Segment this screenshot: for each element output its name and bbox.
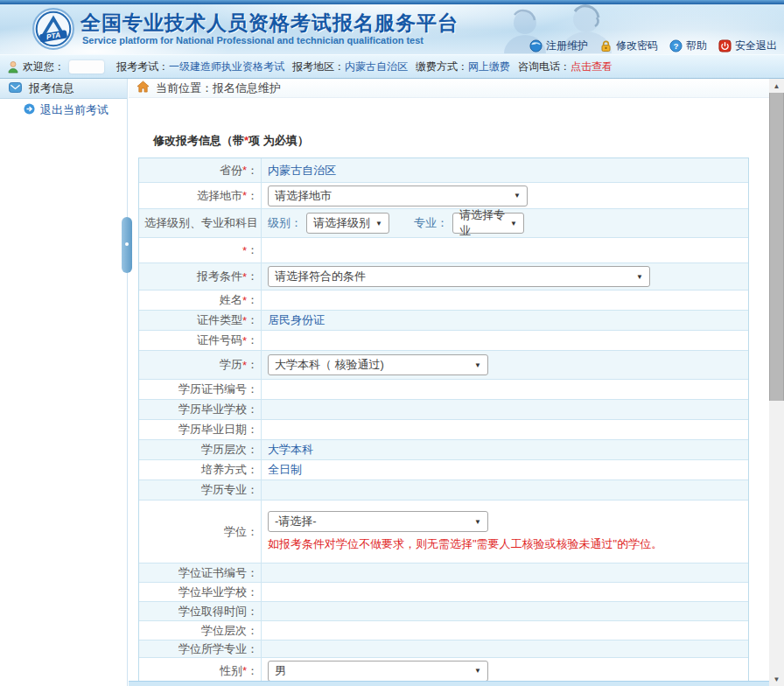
city-select[interactable]: 请选择地市▼ xyxy=(268,186,528,206)
field-value xyxy=(262,621,748,640)
field-label-text: 选择地市 xyxy=(197,188,242,204)
field-label: 学历证书编号： xyxy=(139,380,262,399)
field-colon: ： xyxy=(247,163,258,178)
form-row-level-major-star: *： xyxy=(139,238,748,263)
breadcrumb-text: 当前位置：报名信息维护 xyxy=(156,80,281,96)
form-row-exam-condition: 报考条件*：请选择符合的条件▼ xyxy=(139,263,748,290)
level-select[interactable]: 请选择级别▼ xyxy=(306,213,389,234)
field-value xyxy=(262,420,748,439)
education-select[interactable]: 大学本科（ 核验通过)▼ xyxy=(268,354,488,375)
chevron-down-icon: ▼ xyxy=(474,518,481,526)
field-colon: ： xyxy=(247,357,258,373)
sidebar-item-label: 报考信息 xyxy=(29,80,74,96)
field-label-text: 报考条件 xyxy=(197,269,242,284)
exam-condition-select[interactable]: 请选择符合的条件▼ xyxy=(268,266,650,287)
scrollbar-down-arrow[interactable]: ▼ xyxy=(769,672,784,686)
field-value xyxy=(262,331,748,350)
form-row-province: 省份*：内蒙古自治区 xyxy=(139,158,748,183)
field-value xyxy=(262,564,748,582)
welcome-info-value: 内蒙古自治区 xyxy=(345,60,408,73)
field-colon: ： xyxy=(247,584,258,600)
field-label: 培养方式： xyxy=(139,460,262,480)
welcome-info-item: 咨询电话：点击查看 xyxy=(518,60,612,74)
field-value: 请选择地市▼ xyxy=(262,183,748,208)
form-row-degree-cert-no: 学位证书编号： xyxy=(139,564,748,583)
field-label-text: 学历 xyxy=(220,357,242,373)
field-label-text: 学历毕业日期 xyxy=(178,422,247,438)
field-label: 报考条件*： xyxy=(139,263,262,290)
gender-select[interactable]: 男▼ xyxy=(268,661,488,682)
header-link-label: 安全退出 xyxy=(735,38,777,53)
header-link-globe[interactable]: 注册维护 xyxy=(529,38,588,53)
header-link-label: 帮助 xyxy=(686,38,707,53)
sidebar-collapse-handle[interactable] xyxy=(122,217,132,273)
globe-icon xyxy=(529,39,542,52)
field-label-text: 证件类型 xyxy=(197,312,242,328)
help-icon: ? xyxy=(669,39,682,52)
select-value: 请选择符合的条件 xyxy=(275,269,366,284)
header-links: 注册维护修改密码?帮助安全退出 xyxy=(529,38,777,53)
field-label-text: 学历层次 xyxy=(201,442,247,458)
welcome-info-label: 报考考试： xyxy=(116,60,169,73)
field-label-text: 性别 xyxy=(220,663,242,679)
bottom-strip xyxy=(129,681,769,686)
degree-select[interactable]: -请选择-▼ xyxy=(268,511,488,532)
form-row-name: 姓名*： xyxy=(139,290,748,311)
chevron-down-icon: ▼ xyxy=(474,361,481,369)
field-label: 学位层次： xyxy=(139,621,262,640)
field-label: 证件类型*： xyxy=(139,311,262,330)
field-value: 请选择符合的条件▼ xyxy=(262,263,748,290)
sidebar-item-label: 退出当前考试 xyxy=(40,102,108,118)
inline-field-label: 专业： xyxy=(414,215,448,231)
form-title: 修改报考信息（带*项 为必填） xyxy=(153,133,769,149)
welcome-info-item: 报考考试：一级建造师执业资格考试 xyxy=(116,60,284,74)
chevron-down-icon: ▼ xyxy=(474,667,481,675)
field-value-text: 内蒙古自治区 xyxy=(268,163,336,178)
field-colon: ： xyxy=(247,442,258,458)
sidebar-item-exam-info[interactable]: 报考信息 xyxy=(0,79,127,99)
field-colon: ： xyxy=(247,402,258,417)
form-row-edu-level: 学历层次：大学本科 xyxy=(139,440,748,460)
welcome-info-label: 报考地区： xyxy=(292,60,345,73)
select-value: 大学本科（ 核验通过) xyxy=(275,357,384,373)
field-value-text: 全日制 xyxy=(268,462,302,478)
field-label: *： xyxy=(139,238,262,262)
field-label: 学位证书编号： xyxy=(139,564,262,582)
form-row-edu-cert-no: 学历证书编号： xyxy=(139,380,748,400)
scrollbar-thumb[interactable] xyxy=(769,93,784,401)
site-title: 全国专业技术人员资格考试报名服务平台 xyxy=(80,10,458,37)
chevron-down-icon: ▼ xyxy=(510,220,517,228)
field-label: 学历层次： xyxy=(139,440,262,459)
vertical-scrollbar[interactable]: ▲ ▼ xyxy=(769,79,784,686)
field-colon: ： xyxy=(247,641,258,657)
field-value: 级别：请选择级别▼专业：请选择专业▼ xyxy=(262,209,748,237)
field-value xyxy=(262,480,748,500)
header-link-label: 修改密码 xyxy=(616,38,658,53)
exam-registration-page: PTA 全国专业技术人员资格考试报名服务平台 Service platform … xyxy=(0,0,784,686)
field-label: 学历毕业日期： xyxy=(139,420,262,439)
field-value xyxy=(262,640,748,657)
form-row-degree-level: 学位层次： xyxy=(139,621,748,640)
field-value: 大学本科 xyxy=(262,440,748,459)
field-label-text: 学位层次 xyxy=(201,623,247,639)
form-row-education: 学历*：大学本科（ 核验通过)▼ xyxy=(139,351,748,380)
header-link-lock[interactable]: 修改密码 xyxy=(599,38,658,53)
welcome-info-value[interactable]: 点击查看 xyxy=(570,60,612,73)
sidebar-item-exit-exam[interactable]: 退出当前考试 xyxy=(0,99,127,121)
field-colon: ： xyxy=(247,565,258,581)
field-value: 男▼ xyxy=(262,658,748,683)
field-label-text: 选择级别、专业和科目 xyxy=(144,215,258,231)
select-value: 请选择专业 xyxy=(459,207,505,239)
field-colon: ： xyxy=(247,604,258,620)
field-label-text: 省份 xyxy=(220,163,242,178)
scrollbar-up-arrow[interactable]: ▲ xyxy=(769,79,784,93)
header-link-help[interactable]: ?帮助 xyxy=(669,38,707,53)
field-colon: ： xyxy=(247,312,258,328)
field-label: 学位所学专业： xyxy=(139,640,262,657)
field-value-text: 居民身份证 xyxy=(268,312,325,328)
header-link-power[interactable]: 安全退出 xyxy=(718,38,777,53)
major-select[interactable]: 请选择专业▼ xyxy=(452,213,524,234)
field-value xyxy=(262,380,748,399)
welcome-info-value: 网上缴费 xyxy=(468,60,510,73)
field-colon: ： xyxy=(247,524,258,540)
